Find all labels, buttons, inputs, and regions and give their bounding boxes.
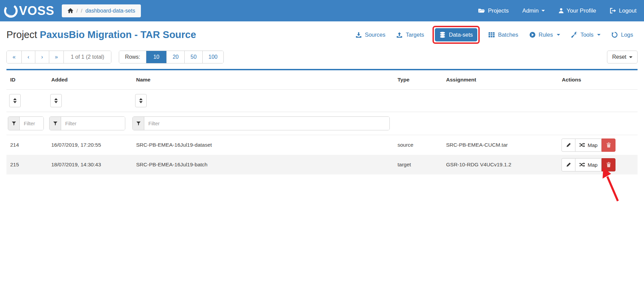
pencil-icon [566, 142, 571, 148]
map-button[interactable]: Map [575, 158, 602, 171]
table-header-row: ID Added Name Type Assignment Actions [6, 70, 638, 90]
logout-icon [610, 8, 616, 14]
nav-projects[interactable]: Projects [478, 7, 509, 14]
wrench-icon [571, 32, 577, 38]
column-header-actions: Actions [558, 77, 638, 83]
row-name: SRC-PB-EMEA-16Jul19-batch [132, 162, 394, 168]
sort-down-icon [139, 101, 143, 103]
caret-down-icon [629, 56, 632, 58]
filter-input-id[interactable] [20, 117, 43, 130]
tab-rules[interactable]: Rules [525, 28, 565, 41]
tab-targets-label: Targets [406, 32, 424, 38]
history-icon [611, 32, 618, 38]
tab-tools[interactable]: Tools [567, 28, 605, 41]
rows-option-50[interactable]: 50 [184, 51, 202, 63]
navbar-links: Projects Admin Your Profile Logout [478, 7, 637, 14]
map-button[interactable]: Map [575, 139, 602, 152]
sort-button-name[interactable] [135, 94, 147, 107]
caret-down-icon [597, 34, 601, 36]
filter-input-name[interactable] [144, 117, 389, 130]
caret-down-icon [557, 34, 560, 36]
brand-text: VOSS [19, 5, 54, 17]
row-added: 18/07/2019, 14:30:43 [48, 162, 132, 168]
page-title-prefix: Project [6, 29, 37, 40]
sort-up-icon [13, 98, 17, 100]
trash-icon [606, 142, 611, 148]
table-icon [488, 32, 495, 38]
rows-option-20[interactable]: 20 [166, 51, 184, 63]
pagination-prev-button[interactable]: ‹ [21, 51, 35, 63]
voss-logo-icon [3, 3, 19, 19]
nav-admin[interactable]: Admin [522, 7, 545, 14]
tab-data-sets-label: Data-sets [449, 32, 473, 38]
rows-per-page-group: Rows: 10 20 50 100 [119, 51, 224, 63]
filter-input-added[interactable] [61, 117, 125, 130]
voss-brand[interactable]: VOSS [3, 3, 54, 19]
delete-button-highlighted[interactable] [602, 158, 615, 171]
map-button-label: Map [588, 142, 597, 148]
table-row: 214 16/07/2019, 17:20:55 SRC-PB-EMEA-16J… [6, 135, 638, 155]
filter-group-name [132, 116, 390, 130]
pagination-first-button[interactable]: « [7, 51, 21, 63]
shuffle-icon [579, 142, 585, 148]
caret-down-icon [541, 10, 545, 12]
rows-option-10[interactable]: 10 [146, 51, 167, 63]
sort-button-added[interactable] [50, 94, 62, 107]
sort-down-icon [54, 101, 58, 103]
pagination-group: « ‹ › » 1 of 1 (2 total) [6, 51, 111, 63]
tab-logs-label: Logs [621, 32, 633, 38]
breadcrumb: / / dashboard-data-sets [62, 4, 141, 17]
row-assignment: GSR-10-RDG V4UCv19.1.2 [442, 162, 558, 168]
pencil-icon [566, 162, 571, 167]
tab-sources-label: Sources [365, 32, 386, 38]
pagination-status: 1 of 1 (2 total) [63, 51, 111, 63]
database-icon [439, 32, 446, 38]
tab-targets[interactable]: Targets [392, 28, 428, 41]
row-id: 215 [6, 162, 48, 168]
map-button-label: Map [588, 162, 597, 168]
upload-icon [396, 32, 403, 38]
tab-batches-label: Batches [498, 32, 518, 38]
table-row: 215 18/07/2019, 14:30:43 SRC-PB-EMEA-16J… [6, 155, 638, 174]
tab-data-sets[interactable]: Data-sets [435, 28, 477, 41]
reset-button[interactable]: Reset [607, 51, 638, 63]
shuffle-icon [579, 162, 585, 167]
pagination-next-button[interactable]: › [35, 51, 49, 63]
row-actions: Map [562, 139, 638, 152]
edit-button[interactable] [562, 139, 575, 152]
breadcrumb-separator: / [76, 8, 78, 14]
pagination-last-button[interactable]: » [49, 51, 64, 63]
tab-rules-label: Rules [539, 32, 553, 38]
tab-batches[interactable]: Batches [484, 28, 523, 41]
row-added: 16/07/2019, 17:20:55 [48, 142, 132, 148]
row-id: 214 [6, 142, 48, 148]
row-assignment: SRC-PB-EMEA-CUCM.tar [442, 142, 558, 148]
breadcrumb-current[interactable]: dashboard-data-sets [85, 8, 135, 14]
delete-button[interactable] [602, 139, 615, 152]
top-navbar: VOSS / / dashboard-data-sets Projects Ad… [0, 0, 644, 21]
folder-open-icon [478, 8, 485, 14]
sort-up-icon [139, 98, 143, 100]
home-icon[interactable] [68, 8, 73, 13]
nav-your-profile[interactable]: Your Profile [558, 7, 596, 14]
table-sort-row [6, 90, 638, 112]
play-circle-icon [529, 32, 536, 38]
row-type: source [394, 142, 442, 148]
rows-option-100[interactable]: 100 [202, 51, 223, 63]
nav-logout[interactable]: Logout [610, 7, 637, 14]
nav-projects-label: Projects [488, 7, 509, 14]
column-header-name: Name [132, 77, 394, 83]
column-header-type: Type [394, 77, 442, 83]
sort-button-id[interactable] [9, 94, 21, 107]
filter-icon [8, 117, 20, 130]
project-name: PaxusBio Migration - TAR Source [40, 29, 196, 40]
edit-button[interactable] [562, 158, 575, 171]
filter-icon [133, 117, 144, 130]
filter-group-id [8, 116, 44, 130]
tab-sources[interactable]: Sources [351, 28, 390, 41]
tab-tools-label: Tools [581, 32, 594, 38]
nav-admin-label: Admin [522, 7, 539, 14]
nav-logout-label: Logout [619, 7, 637, 14]
sort-down-icon [13, 101, 17, 103]
tab-logs[interactable]: Logs [607, 28, 638, 41]
